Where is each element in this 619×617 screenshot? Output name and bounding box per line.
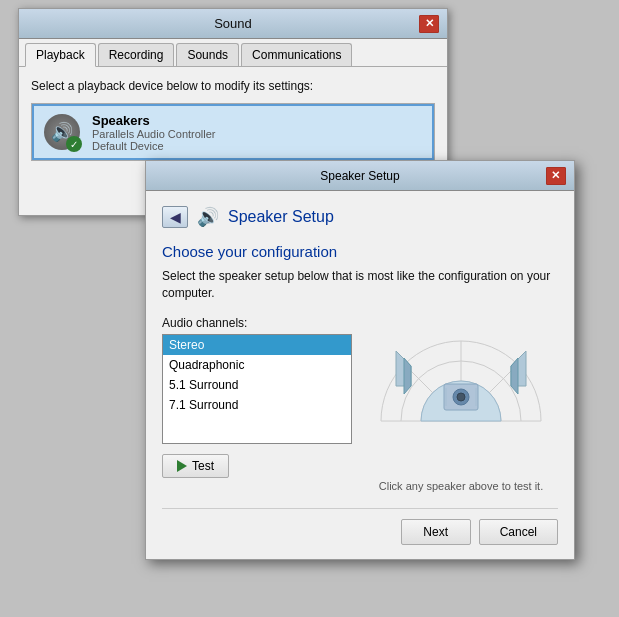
sound-dialog-tabs: Playback Recording Sounds Communications — [19, 39, 447, 67]
audio-channels-label: Audio channels: — [162, 316, 352, 330]
speaker-setup-title-bar: Speaker Setup ✕ — [146, 161, 574, 191]
channel-stereo[interactable]: Stereo — [163, 335, 351, 355]
back-button[interactable]: ◀ — [162, 206, 188, 228]
channel-quadraphonic[interactable]: Quadraphonic — [163, 355, 351, 375]
audio-channels-list[interactable]: Stereo Quadraphonic 5.1 Surround 7.1 Sur… — [162, 334, 352, 444]
speaker-setup-content: ◀ 🔊 Speaker Setup Choose your configurat… — [146, 191, 574, 559]
speaker-diagram-svg — [366, 316, 556, 471]
test-button[interactable]: Test — [162, 454, 229, 478]
play-icon — [177, 460, 187, 472]
tab-communications[interactable]: Communications — [241, 43, 352, 66]
setup-footer: Next Cancel — [162, 508, 558, 545]
speaker-setup-title: Speaker Setup — [320, 169, 399, 183]
sound-dialog-close-button[interactable]: ✕ — [419, 15, 439, 33]
speakers-device-item[interactable]: 🔊 ✓ Speakers Parallels Audio Controller … — [32, 104, 434, 160]
device-sub: Parallels Audio Controller — [92, 128, 216, 140]
tab-playback[interactable]: Playback — [25, 43, 96, 67]
playback-device-list: 🔊 ✓ Speakers Parallels Audio Controller … — [31, 103, 435, 161]
tab-sounds[interactable]: Sounds — [176, 43, 239, 66]
device-info: Speakers Parallels Audio Controller Defa… — [92, 113, 216, 152]
playback-instruction: Select a playback device below to modify… — [31, 79, 435, 93]
default-device-check-icon: ✓ — [66, 136, 82, 152]
ss-header-row: ◀ 🔊 Speaker Setup — [162, 205, 558, 229]
setup-main: Audio channels: Stereo Quadraphonic 5.1 … — [162, 316, 558, 492]
device-default: Default Device — [92, 140, 216, 152]
device-name: Speakers — [92, 113, 216, 128]
svg-point-8 — [457, 393, 465, 401]
tab-recording[interactable]: Recording — [98, 43, 175, 66]
channel-51-surround[interactable]: 5.1 Surround — [163, 375, 351, 395]
test-button-label: Test — [192, 459, 214, 473]
next-button[interactable]: Next — [401, 519, 471, 545]
channel-71-surround[interactable]: 7.1 Surround — [163, 395, 351, 415]
speaker-setup-icon: 🔊 — [196, 205, 220, 229]
speaker-setup-dialog: Speaker Setup ✕ ◀ 🔊 Speaker Setup Choose… — [145, 160, 575, 560]
sound-dialog-title: Sound — [47, 16, 419, 31]
setup-right-panel: Click any speaker above to test it. — [364, 316, 558, 492]
speaker-setup-heading: Speaker Setup — [228, 208, 334, 226]
cancel-button[interactable]: Cancel — [479, 519, 558, 545]
choose-config-header: Choose your configuration — [162, 243, 558, 260]
click-test-instruction: Click any speaker above to test it. — [379, 480, 543, 492]
sound-dialog-title-bar: Sound ✕ — [19, 9, 447, 39]
choose-config-sub: Select the speaker setup below that is m… — [162, 268, 558, 302]
speaker-setup-close-button[interactable]: ✕ — [546, 167, 566, 185]
setup-left-panel: Audio channels: Stereo Quadraphonic 5.1 … — [162, 316, 352, 492]
speakers-icon-wrapper: 🔊 ✓ — [42, 112, 82, 152]
speaker-diagram — [366, 316, 556, 476]
